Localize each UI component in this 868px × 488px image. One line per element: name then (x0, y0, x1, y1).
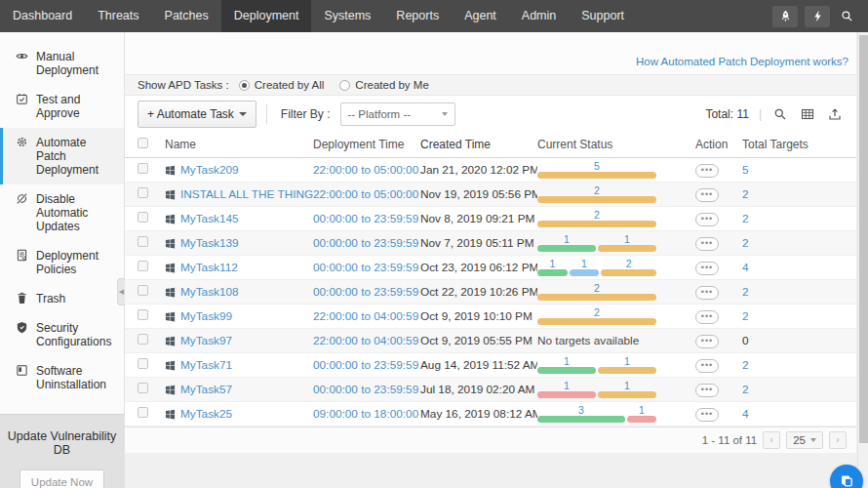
action-menu-button[interactable] (695, 188, 719, 202)
total-targets-value[interactable]: 2 (742, 187, 749, 201)
sidebar-item-security-configurations[interactable]: Security Configurations (0, 313, 124, 356)
deployment-time-link[interactable]: 22:00:00 to 05:00:00 (313, 187, 418, 201)
row-checkbox[interactable] (138, 358, 148, 369)
sidebar-item-software-uninstallation[interactable]: Software Uninstallation (0, 356, 124, 399)
row-checkbox[interactable] (138, 163, 148, 174)
row-checkbox[interactable] (138, 261, 148, 271)
deployment-time-link[interactable]: 00:00:00 to 23:59:59 (313, 261, 418, 274)
topnav-item-admin[interactable]: Admin (509, 0, 569, 32)
task-name-link[interactable]: MyTask112 (180, 261, 238, 274)
deployment-time-link[interactable]: 09:00:00 to 18:00:00 (313, 407, 418, 421)
action-menu-button[interactable] (695, 213, 719, 226)
status-count-link[interactable]: 2 (537, 185, 656, 196)
column-header-deployment-time[interactable]: Deployment Time (313, 138, 420, 151)
help-link[interactable]: How Automated Patch Deployment works? (636, 56, 848, 67)
status-count-link[interactable]: 2 (537, 283, 656, 294)
action-menu-button[interactable] (695, 408, 719, 422)
row-checkbox[interactable] (138, 236, 148, 247)
task-name-link[interactable]: INSTALL ALL THE THINGS (180, 187, 313, 201)
total-targets-value[interactable]: 2 (742, 285, 749, 299)
next-page-button[interactable]: › (829, 431, 847, 449)
sidebar-item-trash[interactable]: Trash (0, 284, 124, 313)
radio-button-icon[interactable] (239, 80, 250, 91)
status-count-link[interactable]: 1 (598, 356, 656, 367)
status-count-link[interactable]: 1 (627, 405, 656, 416)
status-count-link[interactable]: 3 (537, 405, 625, 416)
action-menu-button[interactable] (695, 310, 719, 324)
total-targets-value[interactable]: 4 (742, 261, 749, 274)
update-now-button[interactable]: Update Now (20, 469, 104, 488)
radio-button-icon[interactable] (339, 80, 350, 91)
status-count-link[interactable]: 1 (537, 234, 596, 245)
vertical-scrollbar[interactable] (857, 32, 868, 488)
page-size-dropdown[interactable]: 25 (786, 431, 823, 449)
automate-task-button[interactable]: + Automate Task (138, 101, 256, 128)
total-targets-value[interactable]: 2 (742, 212, 749, 225)
action-menu-button[interactable] (695, 286, 719, 300)
deployment-time-link[interactable]: 00:00:00 to 23:59:59 (313, 358, 418, 372)
task-name-link[interactable]: MyTask71 (180, 358, 232, 372)
action-menu-button[interactable] (695, 237, 719, 251)
deployment-time-link[interactable]: 00:00:00 to 23:59:59 (313, 285, 418, 299)
row-checkbox[interactable] (138, 334, 148, 345)
sidebar-item-automate-patch-deployment[interactable]: Automate Patch Deployment (0, 128, 124, 184)
column-chooser-icon[interactable] (799, 105, 816, 123)
task-name-link[interactable]: MyTask25 (180, 407, 232, 421)
action-menu-button[interactable] (695, 262, 719, 275)
export-icon[interactable] (826, 105, 844, 123)
status-count-link[interactable]: 2 (537, 307, 656, 318)
prev-page-button[interactable]: ‹ (763, 431, 780, 449)
topnav-item-dashboard[interactable]: Dashboard (0, 0, 85, 32)
select-all-checkbox[interactable] (138, 138, 148, 148)
topnav-item-systems[interactable]: Systems (311, 0, 383, 32)
task-name-link[interactable]: MyTask99 (180, 309, 232, 323)
total-targets-value[interactable]: 2 (742, 236, 749, 250)
row-checkbox[interactable] (138, 285, 148, 296)
status-count-link[interactable]: 1 (537, 381, 596, 391)
sidebar-item-manual-deployment[interactable]: Manual Deployment (0, 42, 124, 85)
status-count-link[interactable]: 1 (598, 234, 656, 245)
task-name-link[interactable]: MyTask145 (180, 212, 239, 225)
status-count-link[interactable]: 1 (598, 381, 656, 391)
action-menu-button[interactable] (695, 335, 719, 348)
task-name-link[interactable]: MyTask108 (180, 285, 239, 299)
rocket-icon[interactable] (772, 6, 798, 27)
radio-created-by-me[interactable]: Created by Me (339, 79, 428, 91)
row-checkbox[interactable] (138, 383, 148, 393)
total-targets-value[interactable]: 2 (742, 358, 749, 372)
total-targets-value[interactable]: 2 (742, 383, 749, 396)
task-name-link[interactable]: MyTask57 (180, 383, 232, 396)
status-count-link[interactable]: 1 (570, 259, 600, 269)
radio-created-by-all[interactable]: Created by All (239, 79, 325, 91)
task-name-link[interactable]: MyTask97 (180, 334, 232, 347)
platform-dropdown[interactable]: -- Platform -- (340, 102, 455, 126)
row-checkbox[interactable] (138, 309, 148, 320)
topnav-item-reports[interactable]: Reports (383, 0, 452, 32)
action-menu-button[interactable] (695, 359, 719, 373)
status-count-link[interactable]: 1 (537, 356, 596, 367)
bolt-icon[interactable] (805, 6, 830, 27)
deployment-time-link[interactable]: 22:00:00 to 05:00:00 (313, 163, 418, 177)
total-targets-value[interactable]: 2 (742, 309, 749, 323)
sidebar-item-test-and-approve[interactable]: Test and Approve (0, 85, 124, 128)
sidebar-item-deployment-policies[interactable]: Deployment Policies (0, 241, 124, 284)
task-name-link[interactable]: MyTask209 (180, 163, 239, 177)
column-header-created-time[interactable]: Created Time (420, 138, 537, 151)
action-menu-button[interactable] (695, 164, 719, 178)
row-checkbox[interactable] (138, 407, 148, 418)
table-search-icon[interactable] (771, 105, 789, 123)
status-count-link[interactable]: 2 (601, 259, 656, 269)
total-targets-value[interactable]: 4 (742, 407, 749, 421)
topnav-item-threats[interactable]: Threats (85, 0, 151, 32)
status-count-link[interactable]: 1 (537, 259, 568, 269)
deployment-time-link[interactable]: 00:00:00 to 23:59:59 (313, 236, 418, 250)
task-name-link[interactable]: MyTask139 (180, 236, 239, 250)
row-checkbox[interactable] (138, 187, 148, 198)
sidebar-item-disable-automatic-updates[interactable]: Disable Automatic Updates (0, 184, 124, 241)
topnav-item-support[interactable]: Support (569, 0, 637, 32)
column-header-current-status[interactable]: Current Status (537, 138, 695, 151)
sidebar-collapse-handle[interactable]: ◀ (117, 278, 125, 305)
column-header-total-targets[interactable]: Total Targets (742, 138, 844, 151)
scrollbar-thumb[interactable] (859, 35, 868, 443)
action-menu-button[interactable] (695, 384, 719, 397)
